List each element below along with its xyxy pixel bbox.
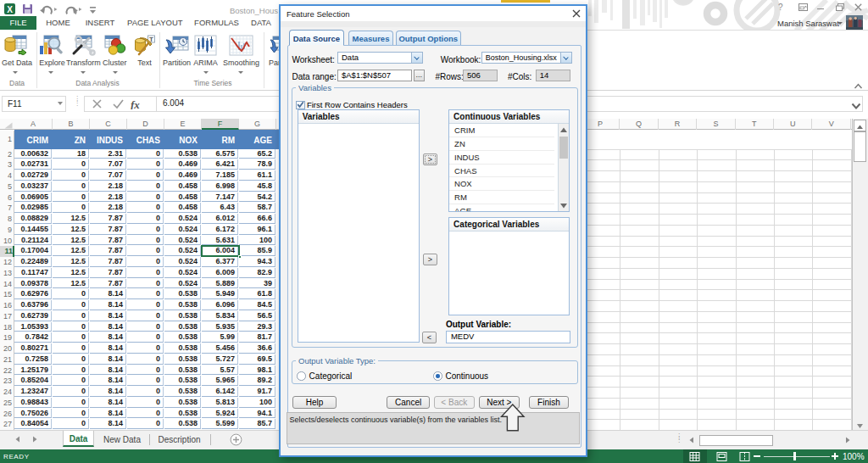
svg-text:fx: fx	[131, 98, 140, 109]
svg-text:X: X	[7, 5, 13, 14]
